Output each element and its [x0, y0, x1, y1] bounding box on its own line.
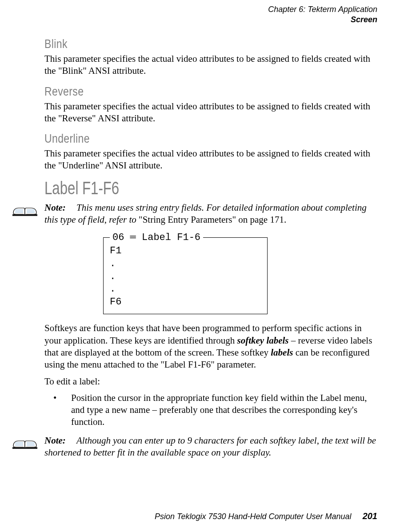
- para-underline: This parameter specifies the actual vide…: [44, 148, 377, 172]
- menu-line: F1: [110, 245, 261, 258]
- edit-intro: To edit a label:: [44, 376, 377, 388]
- menu-line: .: [110, 283, 261, 296]
- page: Chapter 6: Tekterm Application Screen Bl…: [0, 0, 412, 532]
- header-section: Screen: [35, 15, 377, 25]
- para-softkeys: Softkeys are function keys that have bee…: [44, 322, 377, 371]
- list-item: • Position the cursor in the appropriate…: [44, 392, 377, 428]
- page-body: Blink This parameter specifies the actua…: [35, 37, 377, 459]
- page-footer: Psion Teklogix 7530 Hand-Held Computer U…: [155, 511, 377, 521]
- book-icon: [12, 198, 38, 218]
- bullet-list: • Position the cursor in the appropriate…: [44, 392, 377, 428]
- menu-line: .: [110, 271, 261, 284]
- note-1-label: Note:: [44, 202, 76, 214]
- note-2-label: Note:: [44, 435, 76, 447]
- menu-box: 06 ═ Label F1-6 F1 . . . F6: [103, 232, 268, 314]
- menu-box-container: 06 ═ Label F1-6 F1 . . . F6: [102, 232, 377, 314]
- bullet-text: Position the cursor in the appropriate f…: [71, 392, 377, 428]
- heading-reverse: Reverse: [44, 84, 317, 99]
- page-header: Chapter 6: Tekterm Application Screen: [35, 4, 377, 24]
- heading-blink: Blink: [44, 37, 317, 51]
- footer-title: Psion Teklogix 7530 Hand-Held Computer U…: [155, 512, 352, 521]
- heading-label-f1-f6: Label F1-F6: [44, 178, 304, 198]
- note-2: Note:Although you can enter up to 9 char…: [44, 435, 377, 459]
- note-2-body: Although you can enter up to 9 character…: [44, 435, 376, 458]
- para-blink: This parameter specifies the actual vide…: [44, 53, 377, 77]
- menu-line: F6: [110, 296, 261, 309]
- header-chapter: Chapter 6: Tekterm Application: [35, 4, 377, 15]
- note-1: Note:This menu uses string entry fields.…: [44, 202, 377, 226]
- note-1-text: Note:This menu uses string entry fields.…: [44, 202, 377, 226]
- heading-underline: Underline: [44, 132, 317, 146]
- softkeys-em1: softkey labels: [237, 335, 288, 346]
- softkeys-em2: labels: [271, 347, 293, 358]
- note-2-text: Note:Although you can enter up to 9 char…: [44, 435, 377, 459]
- note-1-ref: "String Entry Parameters" on page 171.: [139, 214, 286, 225]
- page-number: 201: [363, 511, 377, 521]
- menu-line: .: [110, 258, 261, 271]
- bullet-icon: •: [44, 392, 71, 428]
- menu-box-legend: 06 ═ Label F1-6: [110, 232, 203, 243]
- book-icon: [12, 431, 38, 451]
- para-reverse: This parameter specifies the actual vide…: [44, 100, 377, 125]
